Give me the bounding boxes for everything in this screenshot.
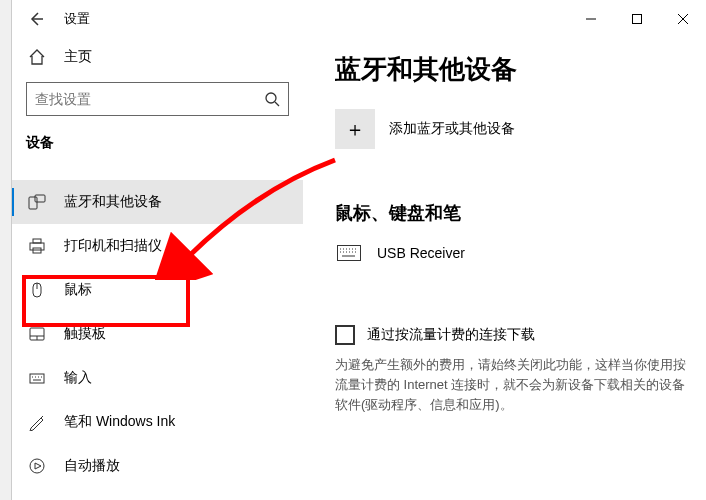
- main-content: 蓝牙和其他设备 ＋ 添加蓝牙或其他设备 鼠标、键盘和笔 USB Receiver…: [317, 38, 706, 500]
- svg-rect-0: [633, 15, 642, 24]
- nav-autoplay[interactable]: 自动播放: [12, 444, 303, 488]
- close-icon: [678, 14, 688, 24]
- sidebar: 主页 设备 蓝牙和其他设备: [12, 38, 317, 500]
- metered-description: 为避免产生额外的费用，请始终关闭此功能，这样当你使用按流量计费的 Interne…: [335, 355, 686, 415]
- nav-item-label: 触摸板: [64, 325, 106, 343]
- home-button[interactable]: 主页: [12, 38, 303, 76]
- window-controls: [568, 3, 706, 35]
- typing-icon: [26, 369, 48, 387]
- metered-checkbox[interactable]: [335, 325, 355, 345]
- add-device-button[interactable]: ＋ 添加蓝牙或其他设备: [335, 109, 686, 149]
- window-title: 设置: [64, 10, 90, 28]
- metered-checkbox-label: 通过按流量计费的连接下载: [367, 326, 535, 344]
- back-arrow-icon: [28, 11, 44, 27]
- keyboard-icon: [335, 245, 363, 261]
- nav-list: 蓝牙和其他设备 打印机和扫描仪 鼠标: [12, 180, 303, 488]
- titlebar: 设置: [12, 0, 706, 38]
- nav-item-label: 蓝牙和其他设备: [64, 193, 162, 211]
- close-button[interactable]: [660, 3, 706, 35]
- svg-rect-5: [33, 239, 41, 243]
- svg-point-1: [266, 93, 276, 103]
- nav-typing[interactable]: 输入: [12, 356, 303, 400]
- category-label: 设备: [12, 128, 303, 158]
- nav-item-label: 鼠标: [64, 281, 92, 299]
- page-title: 蓝牙和其他设备: [335, 52, 686, 87]
- maximize-button[interactable]: [614, 3, 660, 35]
- printer-icon: [26, 237, 48, 255]
- window-body: 主页 设备 蓝牙和其他设备: [12, 38, 706, 500]
- metered-checkbox-row[interactable]: 通过按流量计费的连接下载: [335, 325, 686, 345]
- nav-mouse[interactable]: 鼠标: [12, 268, 303, 312]
- svg-rect-9: [30, 374, 44, 383]
- home-icon: [26, 48, 48, 66]
- maximize-icon: [632, 14, 642, 24]
- search-box[interactable]: [26, 82, 289, 116]
- nav-printers-scanners[interactable]: 打印机和扫描仪: [12, 224, 303, 268]
- settings-window: 设置 主页: [12, 0, 706, 500]
- nav-item-label: 打印机和扫描仪: [64, 237, 162, 255]
- device-usb-receiver[interactable]: USB Receiver: [335, 239, 686, 267]
- plus-icon: ＋: [335, 109, 375, 149]
- minimize-button[interactable]: [568, 3, 614, 35]
- mouse-icon: [26, 281, 48, 299]
- nav-pen-ink[interactable]: 笔和 Windows Ink: [12, 400, 303, 444]
- nav-item-label: 输入: [64, 369, 92, 387]
- pen-icon: [26, 413, 48, 431]
- device-name: USB Receiver: [377, 245, 465, 261]
- svg-rect-2: [29, 197, 37, 209]
- touchpad-icon: [26, 325, 48, 343]
- search-icon: [264, 91, 280, 107]
- search-input[interactable]: [35, 91, 264, 107]
- nav-item-label: 笔和 Windows Ink: [64, 413, 175, 431]
- minimize-icon: [586, 14, 596, 24]
- nav-bluetooth-devices[interactable]: 蓝牙和其他设备: [12, 180, 303, 224]
- metered-section: 通过按流量计费的连接下载 为避免产生额外的费用，请始终关闭此功能，这样当你使用按…: [335, 325, 686, 415]
- external-tab-strip: [0, 0, 12, 500]
- bluetooth-devices-icon: [26, 193, 48, 211]
- home-label: 主页: [64, 48, 92, 66]
- autoplay-icon: [26, 457, 48, 475]
- nav-item-label: 自动播放: [64, 457, 120, 475]
- back-button[interactable]: [22, 5, 50, 33]
- section-mouse-keyboard-pen: 鼠标、键盘和笔: [335, 201, 686, 225]
- svg-rect-11: [338, 246, 361, 261]
- add-device-label: 添加蓝牙或其他设备: [389, 120, 515, 138]
- nav-touchpad[interactable]: 触摸板: [12, 312, 303, 356]
- svg-rect-4: [30, 243, 44, 250]
